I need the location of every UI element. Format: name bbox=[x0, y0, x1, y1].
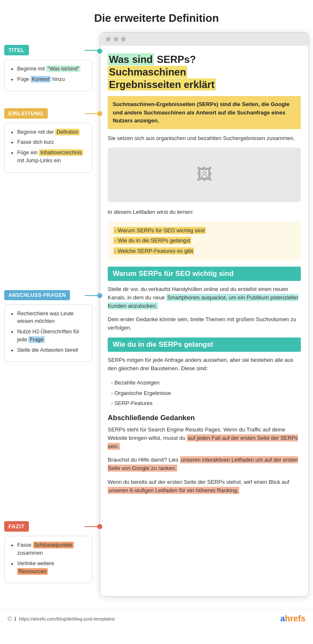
image-placeholder: 🖼 bbox=[108, 148, 301, 202]
browser-window: Was sind SERPs? Suchmaschinen Ergebnisse… bbox=[100, 32, 309, 597]
sidebar-box-titel: Beginne mit "Was ist/sind" Füge Kontext … bbox=[4, 60, 92, 91]
sidebar-label-einleitung: EINLEITUNG bbox=[4, 108, 48, 119]
sidebar-box-fazit: Fasse Schlüsselpunkte zusammen Verlinke … bbox=[4, 536, 92, 583]
sidebar-section-fazit: FAZIT Fasse Schlüsselpunkte zusammen Ver… bbox=[4, 521, 92, 583]
sidebar-label-fazit: FAZIT bbox=[4, 521, 29, 532]
left-sidebar: TITEL Beginne mit "Was ist/sind" Füge Ko… bbox=[4, 32, 92, 597]
intro-box: Suchmaschinen-Ergebnisseiten (SERPs) sin… bbox=[108, 96, 301, 129]
section2-heading: Wie du in die SERPs gelangst bbox=[108, 338, 301, 352]
section3-text3: Wenn du bereits auf der ersten Seite der… bbox=[108, 478, 301, 495]
section1-text2: Dein erster Gedanke könnte sein, breite … bbox=[108, 315, 301, 332]
browser-dot-3 bbox=[121, 37, 126, 42]
section3-text1: SERPs steht für Search Engine Results Pa… bbox=[108, 426, 301, 451]
section2-list-item-1: - Bezahlte Anzeigen bbox=[111, 378, 301, 388]
section1-text1: Stelle dir vor, du verkaufst Handyhüllen… bbox=[108, 285, 301, 310]
intro-text: Sie setzen sich aus organischen und beza… bbox=[108, 134, 301, 143]
browser-dot-1 bbox=[106, 37, 111, 42]
sidebar-section-einleitung: EINLEITUNG Beginne mit der Definition Fa… bbox=[4, 108, 92, 173]
copyright-icon: © bbox=[8, 615, 12, 622]
section3-text2: Brauchst du Hilfe damit? Lies unseren in… bbox=[108, 456, 301, 473]
guide-list-item-1: - Warum SERPs für SEO wichtig sind bbox=[114, 226, 295, 236]
sidebar-section-titel: TITEL Beginne mit "Was ist/sind" Füge Ko… bbox=[4, 45, 92, 91]
article-title: Was sind SERPs? Suchmaschinen Ergebnisse… bbox=[108, 53, 301, 91]
sidebar-label-anschlussfragen: ANSCHLUSS-FRAGEN bbox=[4, 290, 70, 300]
browser-dot-2 bbox=[114, 37, 118, 42]
footer-left: © ℹ https://ahrefs.com/blog/de/blog-post… bbox=[8, 615, 115, 622]
section1-heading: Warum SERPs für SEO wichtig sind bbox=[108, 267, 301, 281]
footer-url: https://ahrefs.com/blog/de/blog-post-tem… bbox=[19, 616, 115, 621]
sidebar-section-anschlussfragen: ANSCHLUSS-FRAGEN Recherchiere was Leute … bbox=[4, 290, 92, 362]
guide-list-item-2: - Wie du in die SERPs gelangst bbox=[114, 236, 295, 246]
sidebar-box-einleitung: Beginne mit der Definition Fasse dich ku… bbox=[4, 123, 92, 173]
guide-list-item-3: - Welche SERP-Features es gibt bbox=[114, 246, 295, 257]
section2-list: - Bezahlte Anzeigen - Organische Ergebni… bbox=[108, 378, 301, 409]
sidebar-box-anschlussfragen: Recherchiere was Leute wissen möchten Nu… bbox=[4, 304, 92, 362]
sidebar-label-titel: TITEL bbox=[4, 45, 29, 55]
guide-intro-text: In diesem Leitfaden wirst du lernen: bbox=[108, 208, 301, 216]
section2-text: SERPs mögen für jede Anfrage anders auss… bbox=[108, 356, 301, 373]
section2-list-item-3: - SERP-Features bbox=[111, 398, 301, 409]
page-footer: © ℹ https://ahrefs.com/blog/de/blog-post… bbox=[0, 609, 313, 628]
guide-list: - Warum SERPs für SEO wichtig sind - Wie… bbox=[108, 221, 301, 261]
page-title: Die erweiterte Definition bbox=[0, 0, 313, 32]
section3-heading: Abschließende Gedanken bbox=[108, 414, 301, 422]
section2-list-item-2: - Organische Ergebnisse bbox=[111, 388, 301, 399]
browser-content: Was sind SERPs? Suchmaschinen Ergebnisse… bbox=[100, 46, 308, 509]
ahrefs-logo: ahrefs bbox=[280, 614, 305, 623]
image-icon: 🖼 bbox=[197, 166, 212, 184]
info-icon: ℹ bbox=[14, 615, 16, 622]
browser-bar bbox=[100, 33, 308, 46]
